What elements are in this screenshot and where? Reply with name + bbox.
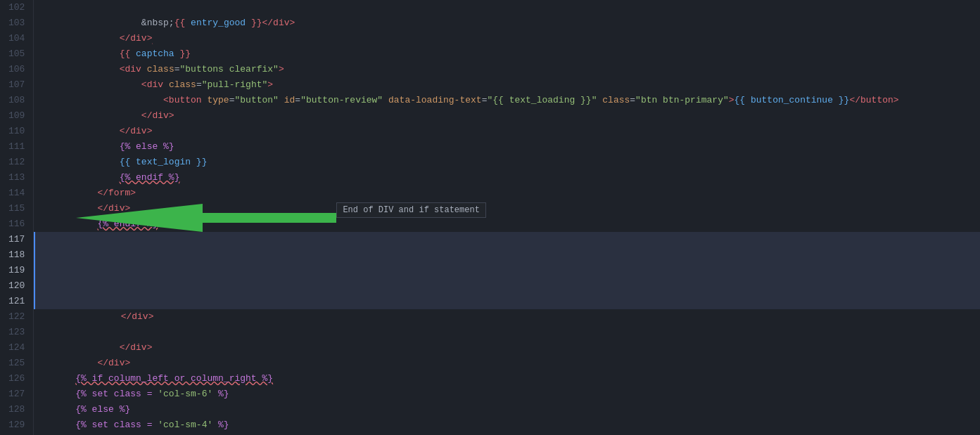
code-line-127: {% else %} [34, 387, 980, 402]
line-num-112: 112 [8, 155, 25, 170]
code-line-109: </div> [34, 108, 980, 124]
code-line-113: </form> [34, 170, 980, 186]
line-num-121: 121 [8, 294, 25, 309]
line-num-126: 126 [8, 371, 25, 387]
line-num-119: 119 [8, 263, 25, 278]
code-editor: 102 103 104 105 106 107 108 109 110 111 … [0, 0, 980, 435]
code-line-120: <!-- End eTrusted widget tag --> [34, 278, 980, 294]
line-num-108: 108 [8, 93, 25, 108]
code-line-104: {{ captcha }} [34, 31, 980, 46]
code-line-126: {% set class = 'col-sm-6' %} [34, 371, 980, 387]
code-content[interactable]: &nbsp;{{ entry_good }}</div> </div>x {{ … [34, 0, 980, 435]
code-line-129: {% endif %} [34, 417, 980, 433]
line-num-124: 124 [8, 340, 25, 356]
line-num-105: 105 [8, 46, 25, 62]
line-num-120: 120 [8, 278, 25, 294]
code-line-116 [34, 216, 980, 232]
line-num-122: 122 [8, 309, 25, 325]
code-line-124: </div> [34, 340, 980, 356]
line-num-117: 117 [8, 232, 25, 247]
line-num-118: 118 [8, 247, 25, 263]
code-line-121: </div> [34, 294, 980, 309]
line-num-110: 110 [8, 124, 25, 139]
line-num-128: 128 [8, 402, 25, 417]
code-line-119: <etrusted-widget data-etrusted-widget-id… [34, 263, 980, 278]
code-line-112: {% endif %} [34, 155, 980, 170]
code-line-108: </div> [34, 93, 980, 108]
line-num-102: 102 [8, 0, 25, 15]
line-num-109: 109 [8, 108, 25, 124]
line-num-106: 106 [8, 62, 25, 77]
code-line-102: &nbsp;{{ entry_good }}</div> [34, 0, 980, 15]
code-line-106: <div class="pull-right"> [34, 62, 980, 77]
line-num-113: 113 [8, 170, 25, 186]
code-line-110: {% else %} [34, 124, 980, 139]
line-num-107: 107 [8, 77, 25, 93]
code-line-107: <button type="button" id="button-review"… [34, 77, 980, 93]
code-line-105: <div class="buttons clearfix"> [34, 46, 980, 62]
code-line-118: <!-- Begin eTrusted widget tag --> [34, 247, 980, 263]
line-num-103: 103 [8, 15, 25, 31]
code-line-115: {% endif %} [34, 201, 980, 216]
line-num-111: 111 [8, 139, 25, 155]
code-line-111: {{ text_login }} [34, 139, 980, 155]
line-num-115: 115 [8, 201, 25, 216]
line-num-123: 123 [8, 325, 25, 340]
line-num-127: 127 [8, 387, 25, 402]
line-numbers: 102 103 104 105 106 107 108 109 110 111 … [0, 0, 34, 435]
line-num-129: 129 [8, 417, 25, 433]
line-num-125: 125 [8, 356, 25, 371]
code-line-123: </div> [34, 325, 980, 340]
line-num-104: 104 [8, 31, 25, 46]
code-line-103: </div>x [34, 15, 980, 31]
code-line-114: </div> [34, 186, 980, 201]
code-line-128: {% set class = 'col-sm-4' %} [34, 402, 980, 417]
code-line-125: {% if column_left or column_right %} [34, 356, 980, 371]
line-num-114: 114 [8, 186, 25, 201]
code-line-122 [34, 309, 980, 325]
line-num-116: 116 [8, 216, 25, 232]
code-line-117: <div class="tab-pane" id="tab-ts-review"… [34, 232, 980, 247]
